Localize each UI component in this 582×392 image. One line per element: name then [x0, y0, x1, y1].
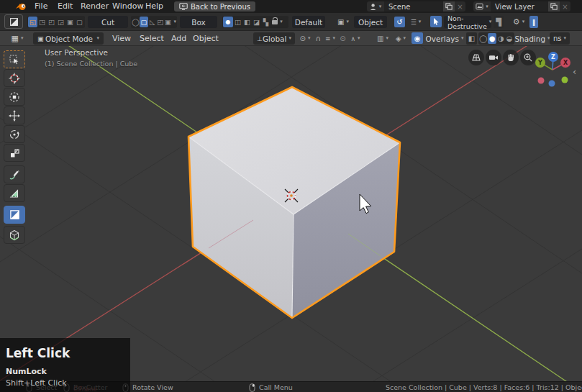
proportional-editing-toggle[interactable]: ⊙ [338, 32, 347, 45]
solver-live-button[interactable]: ● [223, 17, 233, 27]
menu-object[interactable]: Object [190, 32, 222, 45]
tool-scale[interactable] [4, 144, 25, 162]
snap-toggle[interactable]: ∩ [314, 32, 323, 45]
lock-button[interactable]: ▾ [270, 19, 284, 24]
target-dropdown[interactable]: Object [354, 16, 387, 28]
mode-slice-button[interactable]: ◳ [37, 17, 47, 27]
gizmos-dropdown[interactable]: ◈ ▾ [393, 32, 409, 45]
scene-name-field[interactable]: Scene [384, 1, 443, 12]
gizmo-minus-x[interactable] [538, 78, 545, 84]
cut-dropdown[interactable]: Cut [88, 16, 128, 28]
falloff-dropdown[interactable]: ∧ ▾ [348, 32, 363, 45]
mode-knife-button[interactable]: ▣ [65, 17, 75, 27]
perspective-toggle-button[interactable] [468, 50, 484, 65]
shape-collection-dropdown[interactable]: ▣ ▾ [334, 16, 353, 28]
menu-window[interactable]: Window [109, 0, 146, 13]
shape-ngon-button[interactable]: ◺ [148, 17, 156, 27]
transform-tool-icon [9, 91, 20, 103]
pause-button[interactable]: ‖ [529, 16, 538, 28]
shape-box-button[interactable]: ▢ [140, 17, 148, 27]
overlays-dropdown[interactable]: Overlays ▾ [424, 32, 465, 45]
blender-logo-icon[interactable] [16, 2, 27, 11]
navigation-gizmo[interactable]: Y Z X [523, 47, 579, 92]
editor-type-dropdown[interactable]: ▦ ▾ [6, 32, 29, 45]
gizmo-plus-y[interactable]: Y [535, 58, 545, 68]
tool-select-box[interactable] [4, 50, 25, 68]
shading-rendered-button[interactable]: ◒ [505, 33, 514, 44]
solver-checker-button[interactable]: ▚ [261, 17, 270, 27]
tool-hardops[interactable] [4, 226, 25, 244]
operation-dropdown[interactable]: Default [292, 16, 325, 28]
view-layer-name-field[interactable]: View Layer [491, 1, 548, 12]
settings-dropdown[interactable]: ⚙ ▾ [509, 16, 528, 28]
overlays-toggle[interactable]: ◉ [412, 32, 423, 44]
tool-move[interactable] [4, 106, 25, 124]
shading-material-button[interactable]: ◑ [496, 33, 505, 44]
mode-inset-button[interactable]: ◰ [47, 17, 56, 27]
object-visibility-dropdown[interactable]: ▥ ▾ [375, 32, 391, 45]
cube-object[interactable] [188, 87, 400, 318]
menu-select[interactable]: Select [137, 32, 167, 45]
solver-destructive-button[interactable]: ◫ [233, 17, 242, 27]
active-tool-button[interactable] [4, 14, 23, 29]
shading-solid-button[interactable]: ● [488, 33, 497, 44]
pivot-dropdown[interactable]: ⊙ ▾ [298, 32, 312, 45]
menu-view[interactable]: View [109, 32, 134, 45]
menu-file[interactable]: File [32, 0, 50, 13]
menu-edit[interactable]: Edit [55, 0, 76, 13]
mode-dropdown[interactable]: ▣ Object Mode ▾ [33, 32, 104, 45]
tool-rotate[interactable] [4, 125, 25, 143]
measure-tool-icon [9, 188, 20, 199]
shape-custom-button[interactable]: ▣ [164, 17, 171, 27]
view-layer-browse-button[interactable]: ▾ [473, 1, 491, 12]
mode-extract-button[interactable]: ▢ [75, 17, 84, 27]
snap-settings-dropdown[interactable]: ≡ ▾ [324, 32, 337, 45]
view-layer-remove-button[interactable]: × [560, 1, 570, 12]
shape-dropdown[interactable]: Box [180, 16, 217, 28]
sidebar-collapse-arrow[interactable]: ‹ [573, 66, 576, 77]
shape-corner-button[interactable]: ◰ [156, 17, 164, 27]
gizmo-plus-z[interactable]: Z [548, 52, 558, 62]
tool-options-dropdown[interactable]: ☰ ▾ [407, 16, 424, 28]
tool-annotate[interactable] [4, 165, 25, 183]
gizmo-z-label: Z [551, 54, 555, 60]
menu-render[interactable]: Render [78, 0, 112, 13]
options-dropdown[interactable]: ns ▾ [550, 32, 570, 45]
menu-help[interactable]: Help [142, 0, 166, 13]
shape-circle-button[interactable]: ◯ [132, 17, 140, 27]
gizmo-minus-z[interactable] [549, 81, 555, 87]
solver-modifier-button[interactable]: ◧ [242, 17, 252, 27]
shading-wireframe-button[interactable]: ◯ [479, 33, 488, 44]
xray-toggle[interactable]: ◧ [466, 32, 477, 45]
tool-transform[interactable] [4, 88, 25, 106]
recall-button[interactable]: ↺ [394, 17, 405, 27]
menu-add[interactable]: Add [168, 32, 189, 45]
chevron-down-icon: ▾ [346, 19, 349, 24]
gizmo-minus-y[interactable] [562, 77, 568, 83]
scene-browse-button[interactable]: ▾ [367, 1, 384, 12]
tool-measure[interactable] [4, 184, 25, 202]
tool-cursor[interactable] [4, 69, 25, 87]
gizmo-plus-x[interactable]: X [560, 58, 570, 68]
viewport-3d[interactable]: User Perspective (1) Scene Collection | … [0, 46, 582, 381]
camera-view-button[interactable] [486, 50, 501, 65]
chevron-down-icon: ▾ [96, 36, 99, 41]
scene-unlink-button[interactable]: × [455, 1, 465, 12]
view-layer-new-button[interactable] [548, 1, 560, 12]
solver-mesh-button[interactable]: ◪ [252, 17, 261, 27]
shading-dropdown[interactable]: Shading ▾ [517, 32, 548, 45]
mode-join-button[interactable]: ◲ [56, 17, 65, 27]
pointer-icon [433, 18, 440, 26]
behavior-pointer-button[interactable] [430, 16, 442, 27]
view-layer-selector: ▾ View Layer × [473, 1, 570, 12]
mode-cut-button[interactable]: ◱ [28, 17, 37, 27]
screencast-keys-overlay: Left Click NumLock Shift+Left Click [0, 338, 130, 392]
orientation-value: Global [263, 35, 287, 43]
back-to-previous-button[interactable]: Back to Previous [174, 1, 255, 12]
scene-new-button[interactable] [443, 1, 455, 12]
tool-boxcutter[interactable] [4, 206, 25, 224]
move-view-button[interactable] [503, 50, 519, 65]
behavior-dropdown[interactable]: Non-Destructive ▾ [444, 16, 491, 28]
orientation-dropdown[interactable]: ⊥ Global ▾ [253, 32, 295, 45]
helper-notch-button[interactable]: ▜ [494, 16, 504, 28]
